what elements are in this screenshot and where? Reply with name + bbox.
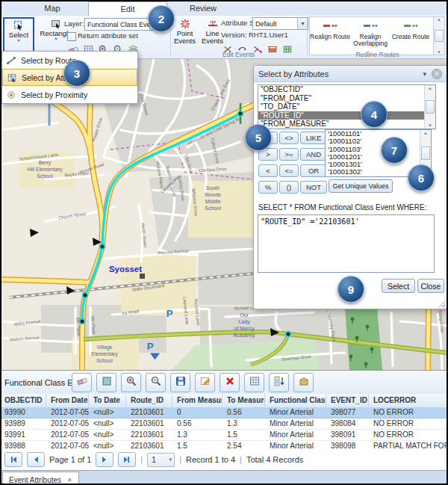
zoom-selection-button[interactable] bbox=[121, 373, 141, 392]
cell: 398077 bbox=[326, 407, 369, 418]
redline-group-label: Redline Routes bbox=[307, 51, 448, 58]
column-header-from-measure[interactable]: From Measure bbox=[172, 394, 223, 407]
dialog-title: Select by Attributes bbox=[258, 69, 329, 78]
zoom-selection-icon bbox=[125, 375, 137, 390]
tab-review[interactable]: Review bbox=[169, 1, 237, 16]
chevron-down-icon[interactable]: ▾ bbox=[423, 70, 426, 78]
operator-button-like[interactable]: LIKE bbox=[300, 132, 327, 144]
table-row[interactable]: 939912012-07-05<null>221036011.31.5Minor… bbox=[0, 430, 448, 441]
last-page-button[interactable] bbox=[118, 452, 136, 467]
fields-listbox[interactable]: "OBJECTID""FROM_DATE""TO_DATE""ROUTE_ID"… bbox=[258, 84, 436, 129]
cell: 2012-07-05 bbox=[46, 418, 89, 429]
where-clause-input[interactable]: "ROUTE_ID" ='22103601' bbox=[258, 214, 435, 273]
fields-scrollbar[interactable]: ▲▼ bbox=[424, 85, 435, 129]
poi-label: Berry bbox=[39, 160, 52, 166]
realign-route-button[interactable]: Realign Route bbox=[310, 17, 350, 55]
table-row[interactable]: 939902012-07-05<null>2210360100.56Minor … bbox=[0, 407, 448, 418]
next-page-button[interactable] bbox=[96, 452, 113, 467]
table-row[interactable]: 939892012-07-05<null>221036010.561.3Mino… bbox=[0, 418, 448, 430]
operator-button-or[interactable]: OR bbox=[300, 164, 327, 177]
close-icon[interactable]: ✕ bbox=[67, 477, 72, 484]
total-records-label: Total 4 Records bbox=[246, 455, 303, 464]
point-events-button[interactable]: Point Events bbox=[172, 17, 198, 55]
scroll-up-icon: ▲ bbox=[428, 86, 432, 90]
cell: Minor Arterial bbox=[265, 418, 326, 429]
operator-button-lte[interactable]: <= bbox=[279, 164, 299, 177]
scrollbar-thumb bbox=[421, 146, 430, 160]
redline-scrollbar[interactable]: ▲ ▼ bbox=[433, 16, 445, 55]
get-unique-values-button[interactable]: Get Unique Values bbox=[329, 179, 393, 193]
column-header-from-date[interactable]: From Date bbox=[46, 394, 89, 407]
close-icon[interactable]: ✕ bbox=[432, 69, 442, 79]
edit-event-icon bbox=[199, 375, 211, 390]
tab-label: Event Attributes bbox=[9, 476, 61, 484]
previous-page-button[interactable] bbox=[27, 452, 45, 467]
operator-button-percent[interactable]: % bbox=[258, 181, 278, 194]
operator-button-lt[interactable]: < bbox=[258, 164, 278, 177]
tab-event-attributes[interactable]: Event Attributes ✕ bbox=[2, 472, 79, 485]
attribute-set-select[interactable]: Default ▼ bbox=[252, 17, 308, 30]
create-route-button[interactable]: Create Route bbox=[391, 17, 431, 55]
cell: <null> bbox=[89, 418, 126, 429]
cell: 22103601 bbox=[126, 407, 172, 418]
page-number-value: 1 bbox=[152, 456, 156, 464]
attribute-set-value: Default bbox=[255, 20, 287, 28]
chevron-down-icon: ▼ bbox=[168, 457, 172, 462]
field-item-route-id[interactable]: "ROUTE_ID" bbox=[258, 111, 425, 120]
column-header-to-date[interactable]: To Date bbox=[89, 394, 126, 407]
pan-selection-button[interactable] bbox=[146, 373, 166, 392]
where-clause-label: SELECT * FROM Functional Class Event WHE… bbox=[258, 203, 426, 211]
cell: 93989 bbox=[0, 418, 46, 429]
close-button[interactable]: Close bbox=[417, 279, 444, 293]
dialog-titlebar[interactable]: Select by Attributes ▾ ✕ bbox=[254, 66, 447, 82]
operator-button-and[interactable]: AND bbox=[300, 148, 327, 161]
value-item[interactable]: '10001302' bbox=[326, 168, 420, 176]
poi-label: Elementary bbox=[91, 351, 118, 357]
export-button[interactable] bbox=[293, 373, 314, 392]
save-button[interactable] bbox=[170, 373, 190, 392]
column-header-event-id[interactable]: EVENT_ID bbox=[326, 394, 369, 407]
page-number-select[interactable]: 1 ▼ bbox=[147, 453, 175, 467]
resize-grip[interactable] bbox=[438, 300, 445, 307]
edit-event-button[interactable] bbox=[195, 373, 215, 392]
cell: NO ERROR bbox=[369, 418, 448, 429]
point-events-label: Point Events bbox=[172, 30, 198, 45]
column-header-objectid[interactable]: OBJECTID bbox=[0, 394, 46, 407]
realign-overlapping-button[interactable]: Realign Overlapping bbox=[350, 17, 391, 55]
chevron-down-icon: ▾ bbox=[55, 37, 57, 41]
callout-step-5: 5 bbox=[245, 124, 272, 151]
operator-button-parentheses[interactable]: () bbox=[279, 181, 299, 194]
return-attribute-set-checkbox[interactable] bbox=[67, 32, 76, 41]
cell: NO ERROR bbox=[369, 430, 448, 440]
sort-az-button[interactable] bbox=[269, 373, 289, 392]
redline-dash-icon bbox=[362, 22, 379, 29]
field-item-from-measure[interactable]: "FROM_MEASURE" bbox=[258, 120, 425, 129]
station-icon bbox=[140, 274, 145, 279]
cell: 398084 bbox=[326, 418, 369, 429]
first-page-button[interactable] bbox=[4, 452, 22, 467]
field-item-objectid[interactable]: "OBJECTID" bbox=[258, 85, 425, 94]
column-header-route-id[interactable]: Route_ID bbox=[126, 394, 172, 407]
column-header-locerror[interactable]: LOCERROR bbox=[369, 394, 448, 407]
selection-box-button[interactable] bbox=[96, 373, 116, 392]
cell: 2012-07-05 bbox=[46, 430, 89, 440]
cell: 2012-07-05 bbox=[46, 407, 89, 418]
cell: 1.5 bbox=[223, 430, 265, 440]
eraser-button[interactable] bbox=[72, 373, 92, 392]
column-header-functional-class[interactable]: Functional Class bbox=[265, 394, 326, 407]
ribbon-tab-bar: Map Edit Review bbox=[0, 0, 448, 16]
field-item-from-date[interactable]: "FROM_DATE" bbox=[258, 94, 425, 103]
operator-button-gte[interactable]: >= bbox=[279, 148, 299, 161]
column-header-to-measure[interactable]: To Measure bbox=[223, 394, 265, 407]
attribute-table-button[interactable] bbox=[244, 373, 264, 392]
poi-label: South bbox=[206, 185, 220, 191]
cell: 0.56 bbox=[172, 418, 223, 429]
select-query-button[interactable]: Select bbox=[382, 279, 415, 293]
operator-button-not[interactable]: NOT bbox=[300, 181, 327, 194]
delete-event-button[interactable] bbox=[220, 373, 240, 392]
tab-map[interactable]: Map bbox=[19, 1, 85, 16]
menu-item-select-by-proximity[interactable]: Select by Proximity bbox=[2, 86, 137, 103]
field-item-to-date[interactable]: "TO_DATE" bbox=[258, 102, 425, 111]
poi-label: Village bbox=[97, 345, 113, 350]
operator-button-not-equal[interactable]: <> bbox=[279, 132, 299, 144]
